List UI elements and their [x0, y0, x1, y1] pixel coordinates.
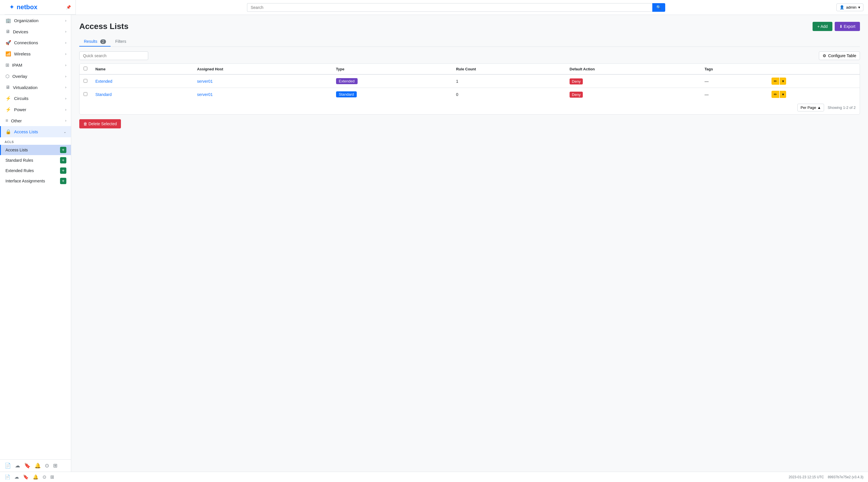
sidebar-sub-standard-rules[interactable]: Standard Rules + — [0, 155, 71, 165]
chevron-icon: › — [65, 63, 66, 67]
user-menu-button[interactable]: 👤 admin ▾ — [836, 3, 863, 11]
user-icon: 👤 — [840, 5, 844, 9]
sidebar-item-power[interactable]: ⚡ Power › — [0, 104, 71, 115]
search-button[interactable]: 🔍 — [652, 3, 665, 12]
showing-text: Showing 1-2 of 2 — [828, 106, 856, 110]
acls-section-label: ACLS — [0, 137, 71, 145]
select-all-checkbox[interactable] — [84, 67, 87, 70]
chevron-icon: › — [65, 74, 66, 79]
configure-table-button[interactable]: ⚙ Configure Table — [819, 52, 860, 60]
chevron-icon: › — [65, 96, 66, 100]
export-button[interactable]: ⬇ Export — [835, 22, 860, 31]
docs-icon[interactable]: 📄 — [5, 462, 11, 469]
sidebar-item-label: IPAM — [12, 63, 22, 67]
footer-github-icon[interactable]: ⊙ — [42, 474, 46, 480]
sidebar-item-overlay[interactable]: ⬡ Overlay › — [0, 71, 71, 82]
host-link[interactable]: server01 — [197, 92, 213, 97]
row-checkbox-cell — [80, 74, 91, 88]
notification-icon[interactable]: 🔔 — [34, 462, 41, 469]
row-actions: ✏ ▾ — [772, 91, 856, 98]
name-link[interactable]: Standard — [95, 92, 112, 97]
per-page-chevron-icon: ▲ — [817, 106, 821, 110]
footer-bookmark-icon[interactable]: 🔖 — [23, 474, 29, 480]
footer-info: 2023-01-23 12:15 UTC 89937b7e75e2 (v3.4.… — [789, 475, 863, 479]
default-action-badge: Deny — [569, 79, 583, 85]
add-interface-assignments-button[interactable]: + — [60, 178, 66, 184]
sidebar-footer: 📄 ☁ 🔖 🔔 ⊙ ⊞ — [0, 459, 71, 472]
row-rule-count: 1 — [452, 74, 565, 88]
tab-results[interactable]: Results 2 — [79, 37, 111, 47]
chevron-icon: › — [65, 30, 66, 34]
access-lists-table: Name Assigned Host Type Rule Count Defau… — [80, 64, 860, 101]
per-page-button[interactable]: Per Page ▲ — [797, 104, 824, 112]
tabs-bar: Results 2 Filters — [79, 37, 860, 47]
sidebar-item-label: Access Lists — [14, 129, 38, 134]
footer-slack-icon[interactable]: ⊞ — [50, 474, 54, 480]
sidebar-item-circuits[interactable]: ⚡ Circuits › — [0, 93, 71, 104]
topbar-right: 👤 admin ▾ — [836, 3, 863, 11]
add-extended-rules-button[interactable]: + — [60, 168, 66, 174]
chevron-icon: › — [65, 41, 66, 45]
tab-filters[interactable]: Filters — [111, 37, 131, 47]
sidebar-sub-extended-rules[interactable]: Extended Rules + — [0, 165, 71, 176]
name-link[interactable]: Extended — [95, 79, 112, 84]
quick-search-input[interactable] — [79, 52, 148, 60]
add-standard-rules-button[interactable]: + — [60, 157, 66, 163]
row-dropdown-button[interactable]: ▾ — [780, 78, 786, 85]
bookmark-icon[interactable]: 🔖 — [24, 462, 30, 469]
row-tags: — — [701, 74, 768, 88]
sidebar-item-ipam[interactable]: ⊞ IPAM › — [0, 59, 71, 71]
page-title: Access Lists — [79, 22, 812, 31]
slack-icon[interactable]: ⊞ — [53, 462, 57, 469]
row-checkbox-cell — [80, 88, 91, 101]
sidebar-sub-access-lists[interactable]: Access Lists + — [0, 145, 71, 155]
tab-results-label: Results — [84, 39, 97, 44]
chevron-icon: › — [65, 108, 66, 112]
sidebar-item-wireless[interactable]: 📶 Wireless › — [0, 48, 71, 59]
host-link[interactable]: server01 — [197, 79, 213, 84]
col-assigned-host: Assigned Host — [193, 64, 332, 74]
search-input[interactable] — [247, 3, 652, 12]
sidebar-item-devices[interactable]: 🖥 Devices › — [0, 26, 71, 37]
lock-icon: 🔒 — [5, 129, 11, 134]
page-header: Access Lists + Add ⬇ Export — [79, 22, 860, 31]
footer-cloud-icon[interactable]: ☁ — [14, 474, 19, 480]
row-name: Extended — [91, 74, 193, 88]
row-assigned-host: server01 — [193, 88, 332, 101]
chevron-icon: › — [65, 119, 66, 123]
row-checkbox[interactable] — [84, 92, 87, 96]
sidebar-sub-label: Standard Rules — [5, 158, 33, 162]
row-rule-count: 0 — [452, 88, 565, 101]
sidebar: 🏢 Organization › 🖥 Devices › 🚀 Connectio… — [0, 15, 71, 472]
footer-docs-icon[interactable]: 📄 — [5, 474, 10, 480]
sidebar-sub-interface-assignments[interactable]: Interface Assignments + — [0, 176, 71, 186]
default-action-badge: Deny — [569, 92, 583, 98]
edit-button[interactable]: ✏ — [772, 78, 779, 85]
sidebar-sub-label: Extended Rules — [5, 168, 34, 173]
table-card: Name Assigned Host Type Rule Count Defau… — [79, 63, 860, 115]
layout: 🏢 Organization › 🖥 Devices › 🚀 Connectio… — [0, 15, 868, 472]
sidebar-item-virtualization[interactable]: 🖥 Virtualization › — [0, 82, 71, 93]
footer-timestamp: 2023-01-23 12:15 UTC — [789, 475, 824, 479]
row-actions: ✏ ▾ — [772, 78, 856, 85]
delete-selected-button[interactable]: 🗑 Delete Selected — [79, 119, 121, 128]
sidebar-item-label: Organization — [14, 18, 38, 23]
cloud-icon[interactable]: ☁ — [15, 462, 20, 469]
sidebar-item-access-lists-section[interactable]: 🔒 Access Lists ⌄ — [0, 126, 71, 137]
add-access-list-button[interactable]: + — [60, 147, 66, 153]
row-dropdown-button[interactable]: ▾ — [780, 91, 786, 98]
row-checkbox[interactable] — [84, 79, 87, 83]
edit-button[interactable]: ✏ — [772, 91, 779, 98]
add-button[interactable]: + Add — [812, 22, 832, 31]
sidebar-item-label: Wireless — [14, 52, 31, 56]
row-type: Standard — [332, 88, 452, 101]
github-icon[interactable]: ⊙ — [45, 462, 49, 469]
footer-bell-icon[interactable]: 🔔 — [33, 474, 38, 480]
sidebar-item-label: Power — [14, 107, 26, 112]
sidebar-item-connections[interactable]: 🚀 Connections › — [0, 37, 71, 48]
select-all-column — [80, 64, 91, 74]
sidebar-item-other[interactable]: ≡ Other › — [0, 115, 71, 126]
sidebar-item-organization[interactable]: 🏢 Organization › — [0, 15, 71, 26]
per-page-label: Per Page — [801, 106, 816, 110]
power-icon: ⚡ — [5, 107, 11, 112]
